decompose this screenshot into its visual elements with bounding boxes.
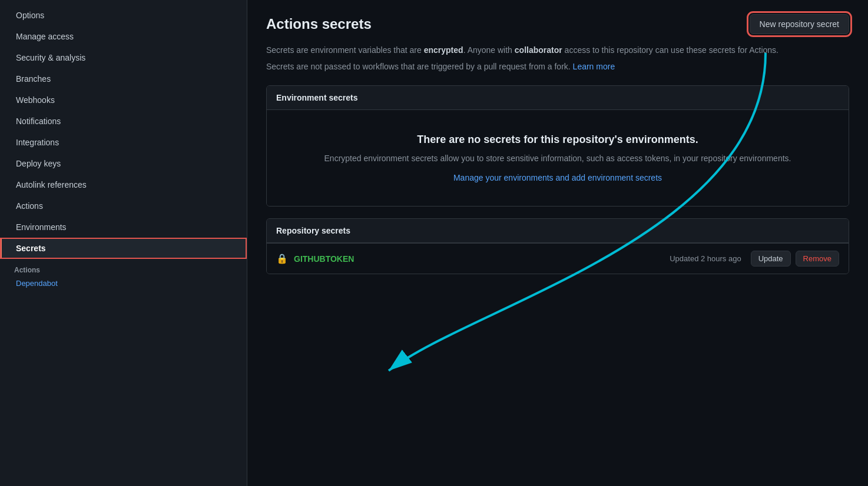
repository-secrets-section: Repository secrets 🔒 GITHUBTOKEN Updated… bbox=[266, 218, 849, 274]
desc-encrypted: encrypted bbox=[424, 45, 463, 55]
sidebar-item-notifications[interactable]: Notifications bbox=[0, 111, 247, 132]
manage-environments-link[interactable]: Manage your environments and add environ… bbox=[453, 173, 662, 182]
desc-collaborator: collaborator bbox=[515, 45, 562, 55]
secret-row: 🔒 GITHUBTOKEN Updated 2 hours ago Update… bbox=[267, 243, 849, 274]
secret-name: GITHUBTOKEN bbox=[294, 254, 670, 264]
env-empty-title: There are no secrets for this repository… bbox=[281, 134, 834, 146]
desc-text-after: access to this repository can use these … bbox=[562, 45, 778, 55]
learn-more-link[interactable]: Learn more bbox=[573, 62, 615, 71]
environment-secrets-section: Environment secrets There are no secrets… bbox=[266, 85, 849, 207]
main-content: Actions secrets New repository secret Se… bbox=[247, 0, 868, 486]
sidebar-item-integrations[interactable]: Integrations bbox=[0, 132, 247, 153]
sidebar-item-autolink-references[interactable]: Autolink references bbox=[0, 174, 247, 195]
sidebar-item-branches[interactable]: Branches bbox=[0, 68, 247, 89]
lock-icon: 🔒 bbox=[276, 253, 288, 264]
desc-fork-text: Secrets are not passed to workflows that… bbox=[266, 62, 573, 71]
sidebar: Options Manage access Security & analysi… bbox=[0, 0, 247, 486]
desc-text-mid: . Anyone with bbox=[463, 45, 515, 55]
env-secrets-header: Environment secrets bbox=[267, 86, 849, 110]
sidebar-item-webhooks[interactable]: Webhooks bbox=[0, 89, 247, 111]
description-line2: Secrets are not passed to workflows that… bbox=[266, 60, 849, 73]
secret-updated: Updated 2 hours ago bbox=[670, 254, 741, 263]
sidebar-item-secrets[interactable]: Secrets bbox=[0, 238, 247, 259]
sidebar-item-security-analysis[interactable]: Security & analysis bbox=[0, 47, 247, 68]
remove-secret-button[interactable]: Remove bbox=[796, 251, 839, 267]
new-repository-secret-button[interactable]: New repository secret bbox=[750, 14, 849, 34]
sidebar-item-options[interactable]: Options bbox=[0, 5, 247, 26]
desc-text-before: Secrets are environment variables that a… bbox=[266, 45, 424, 55]
description-line1: Secrets are environment variables that a… bbox=[266, 44, 849, 56]
repo-secrets-header: Repository secrets bbox=[267, 219, 849, 243]
sidebar-item-dependabot[interactable]: Dependabot bbox=[0, 277, 247, 292]
sidebar-item-actions[interactable]: Actions bbox=[0, 195, 247, 217]
sidebar-section-label: Actions bbox=[0, 259, 247, 277]
env-empty-desc: Encrypted environment secrets allow you … bbox=[281, 152, 834, 165]
env-empty-state: There are no secrets for this repository… bbox=[267, 110, 849, 206]
sidebar-item-manage-access[interactable]: Manage access bbox=[0, 26, 247, 47]
page-header: Actions secrets New repository secret bbox=[266, 14, 849, 34]
update-secret-button[interactable]: Update bbox=[751, 251, 791, 267]
page-title: Actions secrets bbox=[266, 16, 372, 32]
sidebar-item-environments[interactable]: Environments bbox=[0, 217, 247, 238]
sidebar-item-deploy-keys[interactable]: Deploy keys bbox=[0, 153, 247, 174]
